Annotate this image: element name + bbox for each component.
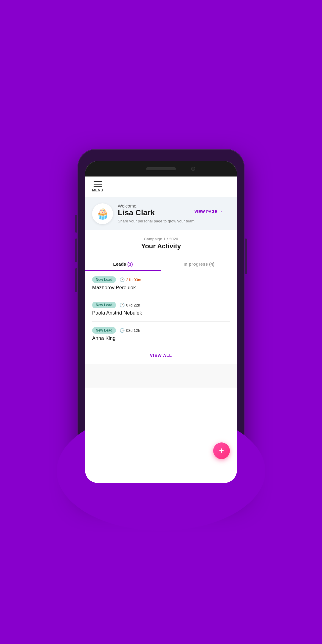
lead-time-value-1: 21h 03m [126,278,141,282]
clock-icon-1: 🕐 [120,277,125,282]
tab-leads-count: (3) [127,261,133,267]
power-button [245,239,247,274]
bixby-button [75,268,77,292]
lead-meta-1: New Lead 🕐 21h 03m [92,276,230,283]
activity-title: Your Activity [92,242,230,250]
hamburger-icon [94,181,102,187]
menu-button[interactable]: MENU [92,181,103,192]
view-all-button[interactable]: VIEW ALL [91,353,231,358]
lead-meta-2: New Lead 🕐 07d 22h [92,302,230,308]
speaker-grille [146,167,176,170]
menu-bar[interactable]: MENU [85,177,237,197]
lead-badge-1: New Lead [92,276,116,283]
volume-up-button [75,215,77,233]
fab-add-button[interactable]: + [213,442,230,459]
tab-leads[interactable]: Leads (3) [85,257,161,271]
phone-device: MENU 🧁 Welcome, Lisa Clark Share your pe… [78,149,244,495]
lead-meta-3: New Lead 🕐 08d 12h [92,327,230,334]
lead-time-value-3: 08d 12h [126,328,140,333]
phone-top-bar [85,161,237,177]
welcome-banner-inner: 🧁 Welcome, Lisa Clark Share your persona… [92,203,230,224]
tab-in-progress-count: (4) [209,261,214,267]
lead-name-3: Anna King [92,335,230,341]
front-camera [191,167,195,171]
leads-list: New Lead 🕐 21h 03m Mazhorov Pereulok New… [85,271,237,347]
app-content: MENU 🧁 Welcome, Lisa Clark Share your pe… [85,177,237,483]
lead-badge-3: New Lead [92,327,116,334]
menu-label: MENU [92,188,103,192]
lead-badge-2: New Lead [92,302,116,308]
lead-time-1: 🕐 21h 03m [120,277,141,282]
tab-in-progress[interactable]: In progress (4) [161,257,237,271]
welcome-subtitle: Share your personal page to grow your te… [118,219,230,223]
phone-screen: MENU 🧁 Welcome, Lisa Clark Share your pe… [85,161,237,483]
view-page-button[interactable]: VIEW PAGE → [194,209,223,214]
campaign-label: Campaign 1 / 2020 [92,237,230,241]
lead-item-3[interactable]: New Lead 🕐 08d 12h Anna King [92,322,230,347]
tab-in-progress-label: In progress [183,261,209,267]
tabs-row: Leads (3) In progress (4) [85,257,237,271]
volume-down-button [75,239,77,262]
avatar: 🧁 [92,203,113,224]
lead-time-3: 🕐 08d 12h [120,328,140,333]
lead-name-1: Mazhorov Pereulok [92,285,230,291]
bottom-area [85,364,237,388]
tab-leads-label: Leads [113,261,128,267]
activity-section: Campaign 1 / 2020 Your Activity [85,230,237,253]
avatar-image: 🧁 [96,208,109,220]
welcome-top-row: 🧁 Welcome, Lisa Clark Share your persona… [92,203,230,224]
lead-item-2[interactable]: New Lead 🕐 07d 22h Paola Anstrid Nebulek [92,296,230,322]
lead-time-value-2: 07d 22h [126,303,140,307]
lead-name-2: Paola Anstrid Nebulek [92,310,230,316]
clock-icon-2: 🕐 [120,303,125,307]
clock-icon-3: 🕐 [120,328,125,333]
view-all-row[interactable]: VIEW ALL [85,347,237,364]
lead-item-1[interactable]: New Lead 🕐 21h 03m Mazhorov Pereulok [92,271,230,296]
fab-plus-icon: + [219,446,224,455]
welcome-banner: 🧁 Welcome, Lisa Clark Share your persona… [85,197,237,230]
lead-time-2: 🕐 07d 22h [120,303,140,307]
welcome-greeting: Welcome, [118,203,230,208]
